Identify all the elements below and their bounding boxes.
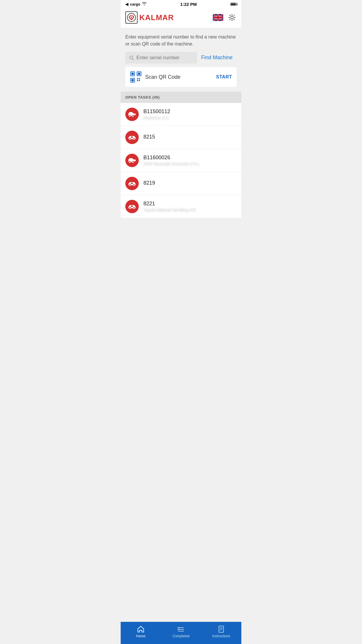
task-item[interactable]: 8219	[121, 172, 241, 195]
svg-point-22	[132, 115, 134, 117]
task-id: 8215	[143, 134, 237, 140]
brand-name: KALMAR	[139, 13, 174, 22]
task-item[interactable]: B11600026 APM Terminals Romania S.R.L.	[121, 149, 241, 172]
svg-point-3	[131, 17, 132, 18]
svg-rect-38	[131, 206, 133, 207]
svg-rect-16	[139, 78, 140, 79]
svg-rect-10	[131, 73, 134, 75]
task-info: 8221 Toyota Material Handling A/S	[143, 201, 237, 212]
task-id: 8219	[143, 180, 237, 186]
svg-rect-35	[131, 183, 133, 184]
svg-rect-12	[138, 73, 140, 75]
search-input-wrapper[interactable]	[125, 52, 197, 64]
qr-left: Scan QR Code	[130, 71, 180, 83]
svg-point-34	[133, 184, 135, 186]
svg-point-31	[132, 161, 134, 163]
svg-point-21	[129, 115, 131, 117]
task-info: 8219	[143, 180, 237, 187]
logo-icon	[125, 11, 138, 24]
task-item[interactable]: B11500112 Neptunus S.A.	[121, 103, 241, 126]
task-id: B11500112	[143, 108, 237, 115]
qr-label: Scan QR Code	[145, 74, 180, 80]
svg-point-37	[133, 207, 135, 209]
svg-rect-17	[137, 80, 138, 81]
task-icon	[125, 131, 139, 144]
qr-scan-row: Scan QR Code START	[125, 67, 237, 87]
svg-point-25	[129, 138, 131, 140]
svg-rect-32	[134, 160, 136, 161]
task-company: Neptunus S.A.	[143, 116, 237, 120]
time-label: 1:22 PM	[180, 2, 197, 7]
search-section: Enter equipment serial number to find a …	[121, 28, 241, 92]
carrier-label: cargo	[130, 2, 140, 6]
find-machine-button[interactable]: Find Machine	[197, 52, 237, 64]
tasks-list: B11500112 Neptunus S.A. 8215	[121, 103, 241, 218]
svg-point-33	[129, 184, 131, 186]
svg-rect-27	[131, 136, 133, 138]
task-id: 8221	[143, 201, 237, 207]
task-company: Toyota Material Handling A/S	[143, 208, 237, 212]
back-arrow-icon: ◀	[125, 2, 128, 6]
settings-button[interactable]	[227, 13, 237, 22]
task-company: APM Terminals Romania S.R.L.	[143, 162, 237, 166]
qr-code-icon	[130, 71, 142, 83]
svg-rect-29	[129, 158, 133, 160]
battery-icon	[230, 3, 237, 6]
search-icon	[129, 55, 134, 61]
svg-rect-18	[139, 80, 140, 81]
svg-point-36	[129, 207, 131, 209]
wifi-icon	[142, 2, 147, 6]
svg-rect-23	[134, 113, 136, 115]
task-icon	[125, 177, 139, 190]
svg-rect-14	[131, 79, 134, 81]
svg-line-8	[132, 59, 133, 60]
search-description: Enter equipment serial number to find a …	[125, 34, 237, 48]
task-icon	[125, 108, 139, 121]
svg-rect-15	[137, 78, 138, 79]
serial-number-input[interactable]	[136, 55, 194, 61]
task-info: B11500112 Neptunus S.A.	[143, 108, 237, 120]
svg-point-5	[231, 16, 233, 19]
task-icon	[125, 200, 139, 213]
status-bar: ◀ cargo 1:22 PM	[121, 0, 241, 8]
header-right	[213, 13, 237, 22]
status-left: ◀ cargo	[125, 2, 147, 6]
header: KALMAR	[121, 8, 241, 28]
task-item[interactable]: 8221 Toyota Material Handling A/S	[121, 195, 241, 218]
svg-point-30	[129, 161, 131, 163]
status-right	[230, 3, 237, 6]
logo-container: KALMAR	[125, 11, 174, 24]
start-scan-button[interactable]: START	[216, 74, 232, 80]
language-flag[interactable]	[213, 14, 223, 21]
search-row: Find Machine	[125, 52, 237, 64]
task-info: 8215	[143, 134, 237, 141]
task-icon	[125, 154, 139, 167]
open-tasks-header: OPEN TASKS (45)	[121, 92, 241, 103]
task-item[interactable]: 8215	[121, 126, 241, 149]
task-info: B11600026 APM Terminals Romania S.R.L.	[143, 155, 237, 166]
svg-point-26	[133, 138, 135, 140]
task-id: B11600026	[143, 155, 237, 161]
svg-rect-20	[129, 112, 133, 114]
